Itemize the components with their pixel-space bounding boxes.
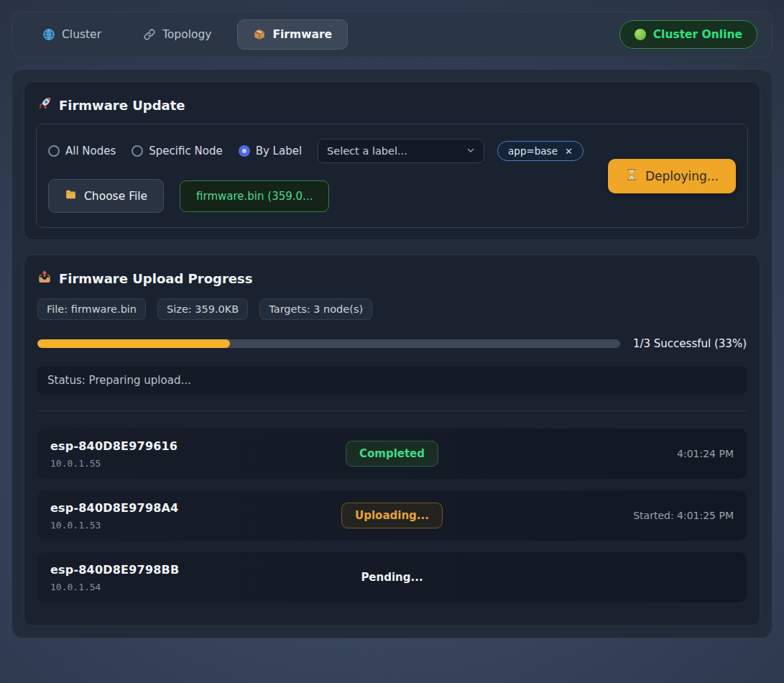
node-1-status: Completed	[346, 441, 438, 467]
package-icon	[253, 28, 266, 41]
progress-row: 1/3 Successful (33%)	[37, 337, 747, 350]
choose-file-label: Choose File	[84, 190, 147, 203]
node-1-name: esp-840D8E979616	[50, 439, 346, 453]
firmware-update-title-text: Firmware Update	[59, 98, 185, 113]
tab-firmware[interactable]: Firmware	[237, 19, 348, 50]
size-badge: Size: 359.0KB	[157, 298, 248, 320]
upload-meta-badges: File: firmware.bin Size: 359.0KB Targets…	[37, 298, 747, 320]
deploy-button-label: Deploying...	[645, 169, 719, 183]
node-1-info: esp-840D8E979616 10.0.1.55	[50, 439, 346, 469]
radio-by-label[interactable]: By Label	[239, 145, 302, 157]
cluster-status-badge[interactable]: Cluster Online	[619, 20, 757, 49]
globe-icon	[42, 28, 55, 41]
targets-badge: Targets: 3 node(s)	[259, 298, 372, 320]
radio-by-label-circle[interactable]	[239, 145, 250, 157]
deploy-button[interactable]: Deploying...	[608, 159, 736, 193]
node-1-ip: 10.0.1.55	[50, 458, 346, 469]
tab-topology-label: Topology	[162, 28, 211, 41]
tab-cluster[interactable]: Cluster	[27, 19, 117, 50]
node-2-name: esp-840D8E9798A4	[50, 501, 341, 515]
upload-tray-icon	[37, 270, 52, 287]
firmware-update-title: Firmware Update	[37, 96, 748, 114]
node-row-2: esp-840D8E9798A4 10.0.1.53 Uploading... …	[37, 490, 747, 541]
radio-specific-node[interactable]: Specific Node	[132, 145, 222, 157]
node-2-info: esp-840D8E9798A4 10.0.1.53	[50, 501, 341, 531]
node-3-status: Pending...	[358, 565, 425, 590]
selected-file-label[interactable]: firmware.bin (359.0...	[180, 180, 329, 212]
node-3-name: esp-840D8E9798BB	[50, 563, 358, 577]
link-icon	[143, 28, 156, 41]
node-3-status-badge: Pending...	[358, 565, 425, 590]
cluster-status-label: Cluster Online	[653, 28, 742, 41]
node-list: esp-840D8E979616 10.0.1.55 Completed 4:0…	[36, 428, 748, 602]
node-3-ip: 10.0.1.54	[50, 582, 358, 592]
label-chip[interactable]: app=base ✕	[497, 141, 584, 161]
top-nav: Cluster Topology Firmware Cluster Online	[11, 12, 773, 58]
upload-status-box: Status: Preparing upload...	[37, 366, 747, 395]
tab-cluster-label: Cluster	[62, 28, 101, 41]
radio-all-nodes[interactable]: All Nodes	[48, 145, 116, 157]
chevron-down-icon	[466, 145, 475, 157]
node-3-info: esp-840D8E9798BB 10.0.1.54	[50, 563, 358, 592]
upload-progress-card: Firmware Upload Progress File: firmware.…	[24, 255, 760, 626]
progress-fill	[37, 339, 230, 348]
rocket-icon	[37, 96, 52, 114]
radio-specific-node-circle[interactable]	[132, 145, 143, 157]
upload-progress-title: Firmware Upload Progress	[37, 270, 748, 287]
chip-remove-icon[interactable]: ✕	[565, 146, 573, 157]
radio-by-label-label: By Label	[256, 145, 302, 157]
node-2-status-badge: Uploading...	[341, 503, 443, 528]
node-2-ip: 10.0.1.53	[50, 520, 341, 531]
node-1-time: 4:01:24 PM	[677, 448, 734, 459]
label-select-value: Select a label...	[327, 145, 407, 157]
section-divider	[37, 411, 747, 411]
deploy-controls-box: All Nodes Specific Node By Label Select …	[36, 124, 748, 228]
main-panel: Firmware Update All Nodes Specific Node …	[11, 69, 773, 638]
label-chip-text: app=base	[508, 145, 558, 157]
nav-tabs: Cluster Topology Firmware	[27, 19, 348, 50]
upload-progress-title-text: Firmware Upload Progress	[59, 271, 252, 286]
folder-icon	[65, 188, 77, 203]
upload-status-text: Status: Preparing upload...	[47, 374, 191, 387]
progress-label: 1/3 Successful (33%)	[633, 337, 747, 350]
radio-all-nodes-circle[interactable]	[48, 145, 60, 157]
firmware-update-card: Firmware Update All Nodes Specific Node …	[24, 81, 760, 240]
node-row-3: esp-840D8E9798BB 10.0.1.54 Pending...	[37, 552, 747, 602]
tab-topology[interactable]: Topology	[127, 19, 227, 50]
file-badge: File: firmware.bin	[37, 298, 146, 320]
node-row-1: esp-840D8E979616 10.0.1.55 Completed 4:0…	[37, 428, 747, 479]
green-dot-icon	[635, 29, 646, 40]
choose-file-button[interactable]: Choose File	[48, 179, 164, 213]
node-2-time: Started: 4:01:25 PM	[633, 510, 734, 521]
label-select[interactable]: Select a label...	[318, 139, 484, 163]
progress-bar	[37, 339, 620, 348]
hourglass-icon	[625, 168, 638, 184]
node-2-status: Uploading...	[341, 503, 443, 528]
radio-all-nodes-label: All Nodes	[65, 145, 116, 157]
node-1-status-badge: Completed	[346, 441, 438, 467]
radio-specific-node-label: Specific Node	[149, 145, 222, 157]
tab-firmware-label: Firmware	[272, 28, 332, 41]
